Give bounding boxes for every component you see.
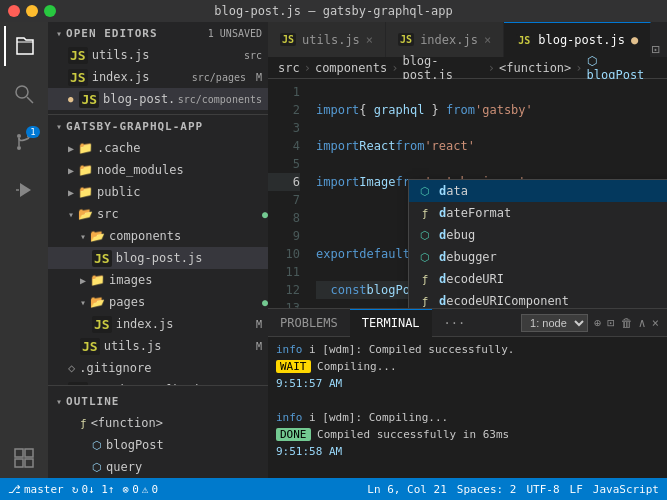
- folder-images[interactable]: ▶ 📁 images: [48, 269, 268, 291]
- svg-point-3: [17, 146, 21, 150]
- svg-rect-11: [25, 459, 33, 467]
- editor-utils-js[interactable]: JS utils.js src: [48, 44, 268, 66]
- file-gitignore[interactable]: ◇ .gitignore: [48, 357, 268, 379]
- folder-arrow: ▶: [68, 143, 74, 154]
- source-control-icon[interactable]: 1: [4, 122, 44, 162]
- js-file-icon: JS: [68, 47, 88, 64]
- warning-count: 0: [151, 483, 158, 496]
- tab-blog-post-label: blog-post.js: [538, 33, 625, 47]
- window-controls[interactable]: [8, 5, 56, 17]
- folder-pages[interactable]: ▾ 📂 pages ●: [48, 291, 268, 313]
- ac-item-debug[interactable]: ⬡ debug: [409, 224, 667, 246]
- folder-src-label: src: [97, 207, 258, 221]
- ac-item-debugger[interactable]: ⬡ debugger: [409, 246, 667, 268]
- cursor-position[interactable]: Ln 6, Col 21: [367, 483, 446, 496]
- ac-item-decodeuricomponent[interactable]: ƒ decodeURIComponent: [409, 290, 667, 308]
- open-editors-section: ▾ OPEN EDITORS 1 UNSAVED JS utils.js src…: [48, 22, 268, 115]
- outline-header[interactable]: ▾ OUTLINE: [48, 390, 268, 412]
- crumb-src[interactable]: src: [278, 61, 300, 75]
- tab-index-close[interactable]: ×: [484, 33, 491, 47]
- tab-utils-close[interactable]: ×: [366, 33, 373, 47]
- file-index[interactable]: JS index.js M: [48, 313, 268, 335]
- folder-cache-label: .cache: [97, 141, 268, 155]
- delete-terminal-icon[interactable]: 🗑: [621, 316, 633, 330]
- sync-status[interactable]: ↻ 0↓ 1↑: [72, 483, 115, 496]
- editor-blog-post-js[interactable]: ● JS blog-post.js src/components: [48, 88, 268, 110]
- explorer-header[interactable]: ▾ GATSBY-GRAPHQL-APP: [48, 115, 268, 137]
- branch-status[interactable]: ⎇ master: [8, 483, 64, 496]
- file-gitignore-label: .gitignore: [79, 361, 268, 375]
- line-ending-text: LF: [570, 483, 583, 496]
- debug-icon[interactable]: [4, 170, 44, 210]
- tab-utils-js[interactable]: JS utils.js ×: [268, 22, 386, 57]
- minimize-button[interactable]: [26, 5, 38, 17]
- crumb-file[interactable]: blog-post.js: [402, 54, 483, 82]
- tab-blog-post-js[interactable]: JS blog-post.js ●: [504, 22, 651, 57]
- indentation-status[interactable]: Spaces: 2: [457, 483, 517, 496]
- var-icon: ⬡: [92, 439, 102, 452]
- errors-status[interactable]: ⊗ 0 ⚠ 0: [123, 483, 159, 496]
- open-editors-header[interactable]: ▾ OPEN EDITORS 1 UNSAVED: [48, 22, 268, 44]
- js-file-icon: JS: [80, 338, 100, 355]
- file-blog-post[interactable]: JS blog-post.js: [48, 247, 268, 269]
- editor-index-js[interactable]: JS index.js src/pages M: [48, 66, 268, 88]
- source-control-badge: 1: [26, 126, 40, 138]
- tab-index-js[interactable]: JS index.js ×: [386, 22, 504, 57]
- js-file-icon: JS: [516, 34, 532, 47]
- outline-function[interactable]: ƒ <function>: [48, 412, 268, 434]
- ac-item-dateformat[interactable]: ƒ dateFormat: [409, 202, 667, 224]
- maximize-button[interactable]: [44, 5, 56, 17]
- tab-utils-label: utils.js: [302, 33, 360, 47]
- folder-arrow: ▶: [68, 187, 74, 198]
- line-ending-status[interactable]: LF: [570, 483, 583, 496]
- error-count: 0: [132, 483, 139, 496]
- breadcrumb-sep: ›: [391, 61, 398, 75]
- folder-public[interactable]: ▶ 📁 public: [48, 181, 268, 203]
- terminal-content[interactable]: info i [wdm]: Compiled successfully. WAI…: [268, 337, 667, 478]
- folder-src[interactable]: ▾ 📂 src ●: [48, 203, 268, 225]
- outline-query[interactable]: ⬡ query: [48, 456, 268, 478]
- close-button[interactable]: [8, 5, 20, 17]
- folder-pages-label: pages: [109, 295, 258, 309]
- encoding-status[interactable]: UTF-8: [526, 483, 559, 496]
- terminal-line: info i [wdm]: Compiling...: [276, 409, 659, 426]
- svg-point-0: [16, 86, 28, 98]
- svg-marker-6: [20, 183, 31, 197]
- js-file-icon: JS: [398, 33, 414, 46]
- autocomplete-dropdown[interactable]: ⬡ data ƒ dateFormat ⬡ debug ⬡ debugger: [408, 179, 667, 308]
- search-icon[interactable]: [4, 74, 44, 114]
- crumb-components[interactable]: components: [315, 61, 387, 75]
- language-status[interactable]: JavaScript: [593, 483, 659, 496]
- split-terminal-icon[interactable]: ⊡: [607, 316, 614, 330]
- folder-public-label: public: [97, 185, 268, 199]
- add-terminal-icon[interactable]: ⊕: [594, 316, 601, 330]
- tab-blog-post-close[interactable]: ●: [631, 33, 638, 47]
- ac-item-data[interactable]: ⬡ data: [409, 180, 667, 202]
- main-content: 1 ▾: [0, 22, 667, 478]
- files-icon[interactable]: [4, 26, 44, 66]
- tab-terminal[interactable]: TERMINAL: [350, 309, 432, 337]
- editor-utils-path: src: [244, 50, 262, 61]
- folder-components[interactable]: ▾ 📂 components: [48, 225, 268, 247]
- folder-cache[interactable]: ▶ 📁 .cache: [48, 137, 268, 159]
- tab-index-label: index.js: [420, 33, 478, 47]
- activity-bar: 1: [0, 22, 48, 478]
- terminal-line: [276, 460, 659, 477]
- tab-problems[interactable]: PROBLEMS: [268, 309, 350, 337]
- maximize-panel-icon[interactable]: ∧: [639, 316, 646, 330]
- close-panel-icon[interactable]: ×: [652, 316, 659, 330]
- tab-more[interactable]: ···: [432, 309, 478, 337]
- file-blog-post-label: blog-post.js: [116, 251, 268, 265]
- terminal-line: 9:51:58 AM: [276, 443, 659, 460]
- outline-blogpost[interactable]: ⬡ blogPost: [48, 434, 268, 456]
- crumb-function[interactable]: <function>: [499, 61, 571, 75]
- code-editor[interactable]: 12345 6 78910 11121314 15161718 1920 imp…: [268, 79, 667, 308]
- ac-item-decodeuri[interactable]: ƒ decodeURI: [409, 268, 667, 290]
- extensions-icon[interactable]: [4, 438, 44, 478]
- folder-node-modules[interactable]: ▶ 📁 node_modules: [48, 159, 268, 181]
- outline-section: ▾ OUTLINE ƒ <function> ⬡ blogPost ⬡ quer…: [48, 385, 268, 478]
- crumb-blogpost[interactable]: ⬡ blogPost: [587, 54, 657, 82]
- terminal-selector[interactable]: 1: node: [521, 314, 588, 332]
- open-editors-title: OPEN EDITORS: [66, 27, 204, 40]
- file-utils[interactable]: JS utils.js M: [48, 335, 268, 357]
